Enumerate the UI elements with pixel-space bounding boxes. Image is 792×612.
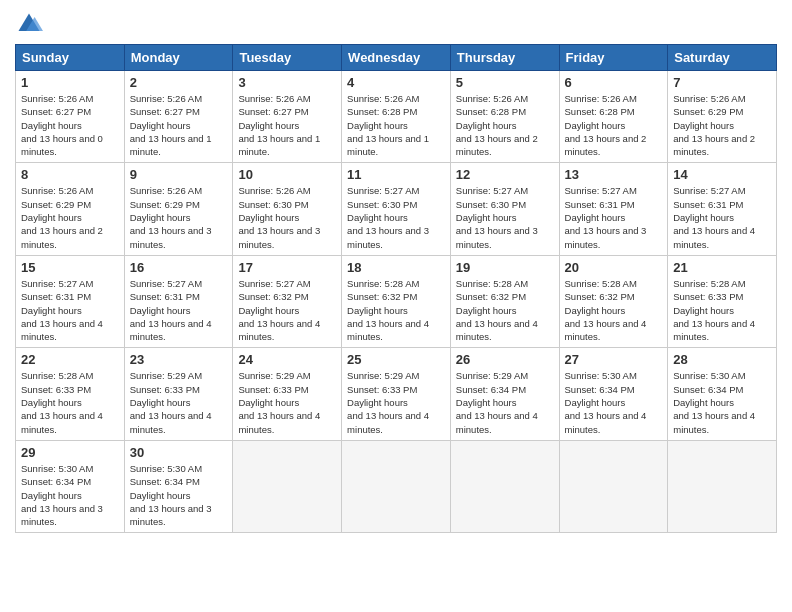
day-info: Sunrise: 5:26 AMSunset: 6:27 PMDaylight … <box>238 93 320 157</box>
day-info: Sunrise: 5:28 AMSunset: 6:33 PMDaylight … <box>21 370 103 434</box>
day-cell: 27 Sunrise: 5:30 AMSunset: 6:34 PMDaylig… <box>559 348 668 440</box>
day-number: 8 <box>21 167 119 182</box>
logo <box>15 10 47 38</box>
header-cell-monday: Monday <box>124 45 233 71</box>
day-cell: 1 Sunrise: 5:26 AMSunset: 6:27 PMDayligh… <box>16 71 125 163</box>
logo-icon <box>15 10 43 38</box>
day-info: Sunrise: 5:26 AMSunset: 6:27 PMDaylight … <box>21 93 103 157</box>
day-cell <box>450 440 559 532</box>
day-info: Sunrise: 5:29 AMSunset: 6:33 PMDaylight … <box>130 370 212 434</box>
day-cell: 3 Sunrise: 5:26 AMSunset: 6:27 PMDayligh… <box>233 71 342 163</box>
week-row-5: 29 Sunrise: 5:30 AMSunset: 6:34 PMDaylig… <box>16 440 777 532</box>
week-row-1: 1 Sunrise: 5:26 AMSunset: 6:27 PMDayligh… <box>16 71 777 163</box>
day-number: 13 <box>565 167 663 182</box>
day-number: 9 <box>130 167 228 182</box>
day-info: Sunrise: 5:29 AMSunset: 6:34 PMDaylight … <box>456 370 538 434</box>
day-number: 14 <box>673 167 771 182</box>
day-cell: 26 Sunrise: 5:29 AMSunset: 6:34 PMDaylig… <box>450 348 559 440</box>
day-cell: 5 Sunrise: 5:26 AMSunset: 6:28 PMDayligh… <box>450 71 559 163</box>
day-number: 12 <box>456 167 554 182</box>
day-cell <box>233 440 342 532</box>
day-number: 10 <box>238 167 336 182</box>
day-number: 25 <box>347 352 445 367</box>
day-info: Sunrise: 5:27 AMSunset: 6:31 PMDaylight … <box>565 185 647 249</box>
day-cell: 23 Sunrise: 5:29 AMSunset: 6:33 PMDaylig… <box>124 348 233 440</box>
day-cell: 22 Sunrise: 5:28 AMSunset: 6:33 PMDaylig… <box>16 348 125 440</box>
page: SundayMondayTuesdayWednesdayThursdayFrid… <box>0 0 792 612</box>
week-row-2: 8 Sunrise: 5:26 AMSunset: 6:29 PMDayligh… <box>16 163 777 255</box>
day-info: Sunrise: 5:30 AMSunset: 6:34 PMDaylight … <box>565 370 647 434</box>
day-cell <box>559 440 668 532</box>
day-info: Sunrise: 5:27 AMSunset: 6:31 PMDaylight … <box>130 278 212 342</box>
day-info: Sunrise: 5:28 AMSunset: 6:33 PMDaylight … <box>673 278 755 342</box>
header-cell-tuesday: Tuesday <box>233 45 342 71</box>
calendar-body: 1 Sunrise: 5:26 AMSunset: 6:27 PMDayligh… <box>16 71 777 533</box>
header-cell-wednesday: Wednesday <box>342 45 451 71</box>
day-cell: 29 Sunrise: 5:30 AMSunset: 6:34 PMDaylig… <box>16 440 125 532</box>
day-info: Sunrise: 5:30 AMSunset: 6:34 PMDaylight … <box>130 463 212 527</box>
header-cell-friday: Friday <box>559 45 668 71</box>
header-cell-saturday: Saturday <box>668 45 777 71</box>
day-number: 5 <box>456 75 554 90</box>
day-cell: 8 Sunrise: 5:26 AMSunset: 6:29 PMDayligh… <box>16 163 125 255</box>
day-info: Sunrise: 5:26 AMSunset: 6:29 PMDaylight … <box>130 185 212 249</box>
day-number: 22 <box>21 352 119 367</box>
day-info: Sunrise: 5:29 AMSunset: 6:33 PMDaylight … <box>347 370 429 434</box>
day-cell: 7 Sunrise: 5:26 AMSunset: 6:29 PMDayligh… <box>668 71 777 163</box>
day-cell: 13 Sunrise: 5:27 AMSunset: 6:31 PMDaylig… <box>559 163 668 255</box>
day-info: Sunrise: 5:26 AMSunset: 6:29 PMDaylight … <box>673 93 755 157</box>
day-number: 24 <box>238 352 336 367</box>
day-info: Sunrise: 5:27 AMSunset: 6:30 PMDaylight … <box>347 185 429 249</box>
day-info: Sunrise: 5:28 AMSunset: 6:32 PMDaylight … <box>565 278 647 342</box>
day-info: Sunrise: 5:28 AMSunset: 6:32 PMDaylight … <box>347 278 429 342</box>
day-number: 3 <box>238 75 336 90</box>
day-number: 30 <box>130 445 228 460</box>
header-row: SundayMondayTuesdayWednesdayThursdayFrid… <box>16 45 777 71</box>
day-info: Sunrise: 5:28 AMSunset: 6:32 PMDaylight … <box>456 278 538 342</box>
day-cell: 15 Sunrise: 5:27 AMSunset: 6:31 PMDaylig… <box>16 255 125 347</box>
calendar: SundayMondayTuesdayWednesdayThursdayFrid… <box>15 44 777 533</box>
day-number: 29 <box>21 445 119 460</box>
day-info: Sunrise: 5:26 AMSunset: 6:29 PMDaylight … <box>21 185 103 249</box>
day-cell: 14 Sunrise: 5:27 AMSunset: 6:31 PMDaylig… <box>668 163 777 255</box>
day-number: 23 <box>130 352 228 367</box>
day-cell: 30 Sunrise: 5:30 AMSunset: 6:34 PMDaylig… <box>124 440 233 532</box>
day-cell: 19 Sunrise: 5:28 AMSunset: 6:32 PMDaylig… <box>450 255 559 347</box>
day-cell: 17 Sunrise: 5:27 AMSunset: 6:32 PMDaylig… <box>233 255 342 347</box>
day-cell: 9 Sunrise: 5:26 AMSunset: 6:29 PMDayligh… <box>124 163 233 255</box>
day-info: Sunrise: 5:27 AMSunset: 6:32 PMDaylight … <box>238 278 320 342</box>
day-number: 7 <box>673 75 771 90</box>
day-info: Sunrise: 5:27 AMSunset: 6:31 PMDaylight … <box>673 185 755 249</box>
day-number: 4 <box>347 75 445 90</box>
day-info: Sunrise: 5:26 AMSunset: 6:28 PMDaylight … <box>456 93 538 157</box>
day-cell: 2 Sunrise: 5:26 AMSunset: 6:27 PMDayligh… <box>124 71 233 163</box>
day-number: 18 <box>347 260 445 275</box>
day-cell: 20 Sunrise: 5:28 AMSunset: 6:32 PMDaylig… <box>559 255 668 347</box>
day-cell: 12 Sunrise: 5:27 AMSunset: 6:30 PMDaylig… <box>450 163 559 255</box>
day-number: 6 <box>565 75 663 90</box>
day-cell: 11 Sunrise: 5:27 AMSunset: 6:30 PMDaylig… <box>342 163 451 255</box>
day-cell: 25 Sunrise: 5:29 AMSunset: 6:33 PMDaylig… <box>342 348 451 440</box>
day-cell: 24 Sunrise: 5:29 AMSunset: 6:33 PMDaylig… <box>233 348 342 440</box>
day-number: 21 <box>673 260 771 275</box>
day-info: Sunrise: 5:29 AMSunset: 6:33 PMDaylight … <box>238 370 320 434</box>
day-cell <box>668 440 777 532</box>
header <box>15 10 777 38</box>
day-cell: 16 Sunrise: 5:27 AMSunset: 6:31 PMDaylig… <box>124 255 233 347</box>
day-number: 28 <box>673 352 771 367</box>
day-info: Sunrise: 5:30 AMSunset: 6:34 PMDaylight … <box>673 370 755 434</box>
day-info: Sunrise: 5:26 AMSunset: 6:30 PMDaylight … <box>238 185 320 249</box>
day-number: 11 <box>347 167 445 182</box>
day-cell: 4 Sunrise: 5:26 AMSunset: 6:28 PMDayligh… <box>342 71 451 163</box>
day-info: Sunrise: 5:26 AMSunset: 6:28 PMDaylight … <box>347 93 429 157</box>
day-number: 2 <box>130 75 228 90</box>
day-number: 26 <box>456 352 554 367</box>
day-cell: 21 Sunrise: 5:28 AMSunset: 6:33 PMDaylig… <box>668 255 777 347</box>
header-cell-thursday: Thursday <box>450 45 559 71</box>
header-cell-sunday: Sunday <box>16 45 125 71</box>
day-number: 15 <box>21 260 119 275</box>
day-info: Sunrise: 5:26 AMSunset: 6:27 PMDaylight … <box>130 93 212 157</box>
day-number: 19 <box>456 260 554 275</box>
day-number: 17 <box>238 260 336 275</box>
day-info: Sunrise: 5:26 AMSunset: 6:28 PMDaylight … <box>565 93 647 157</box>
